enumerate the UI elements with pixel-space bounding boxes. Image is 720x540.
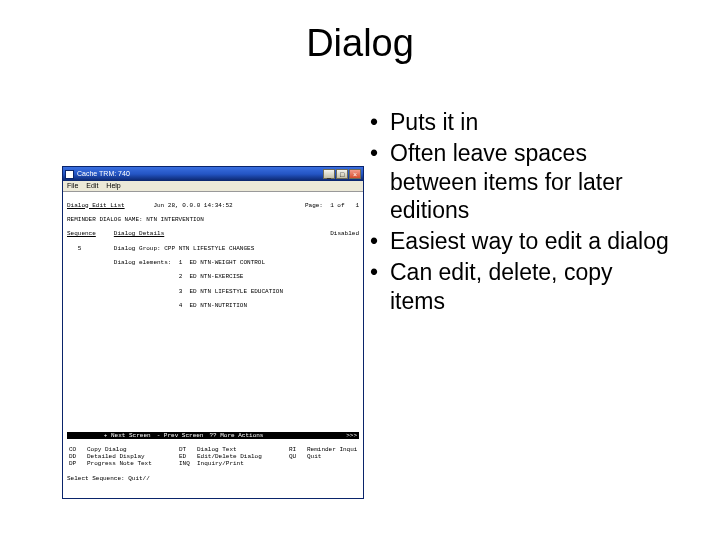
blank: [67, 331, 359, 338]
bullet-list: Puts it in Often leave spaces between it…: [370, 108, 670, 315]
cmd-key[interactable]: ED: [179, 453, 195, 460]
blank: [67, 417, 359, 424]
menu-help[interactable]: Help: [106, 182, 120, 190]
bullet-item: Easiest way to edit a dialog: [370, 227, 670, 256]
terminal-body: Dialog Edit List Jun 28, 0.0.0 14:34:52P…: [63, 192, 363, 498]
slide-title: Dialog: [0, 22, 720, 65]
prev-screen[interactable]: - Prev Screen: [157, 432, 204, 439]
col-disabled: Disabled: [330, 230, 359, 237]
header-title: Dialog Edit List: [67, 202, 125, 209]
more-actions[interactable]: ?? More Actions: [209, 432, 263, 439]
titlebar: Cache TRM: 740 _ □ ×: [63, 167, 363, 181]
titlebar-text: Cache TRM: 740: [77, 170, 323, 178]
bullet-item: Can edit, delete, copy items: [370, 258, 670, 316]
blank: [67, 374, 359, 381]
bullet-item: Often leave spaces between items for lat…: [370, 139, 670, 225]
nav-bar: + Next Screen - Prev Screen ?? More Acti…: [67, 432, 359, 439]
close-button[interactable]: ×: [349, 169, 361, 179]
cmd-label: [307, 460, 357, 467]
cmd-key[interactable]: QU: [289, 453, 305, 460]
next-screen[interactable]: + Next Screen: [104, 432, 151, 439]
command-grid: COCopy Dialog DTDialog Text RIReminder I…: [67, 446, 359, 468]
cmd-label: Progress Note Text: [87, 460, 177, 467]
element-row: 4 ED NTN-NUTRITION: [67, 302, 359, 309]
cmd-key[interactable]: DP: [69, 460, 85, 467]
nav-arrow: >>>: [346, 432, 357, 439]
menu-file[interactable]: File: [67, 182, 78, 190]
content-row: Cache TRM: 740 _ □ × File Edit Help Dial…: [0, 108, 720, 499]
header-date: Jun 28, 0.0.0 14:34:52: [153, 202, 232, 209]
screenshot-column: Cache TRM: 740 _ □ × File Edit Help Dial…: [0, 108, 370, 499]
blank: [67, 388, 359, 395]
menu-edit[interactable]: Edit: [86, 182, 98, 190]
minimize-button[interactable]: _: [323, 169, 335, 179]
cmd-key[interactable]: INQ: [179, 460, 195, 467]
slide: Dialog Cache TRM: 740 _ □ × File Edit He…: [0, 0, 720, 540]
col-sequence: Sequence: [67, 230, 96, 237]
app-window: Cache TRM: 740 _ □ × File Edit Help Dial…: [62, 166, 364, 499]
element-row: 2 ED NTN-EXERCISE: [67, 273, 359, 280]
cmd-key: [289, 460, 305, 467]
blank: [67, 345, 359, 352]
bullets-column: Puts it in Often leave spaces between it…: [370, 108, 700, 317]
col-details: Dialog Details: [114, 230, 164, 237]
maximize-button[interactable]: □: [336, 169, 348, 179]
page-value: 1 of: [330, 202, 344, 209]
cmd-label: Quit: [307, 453, 357, 460]
dialog-name-line: REMINDER DIALOG NAME: NTN INTERVENTION: [67, 216, 359, 223]
window-controls: _ □ ×: [323, 169, 361, 179]
cmd-key[interactable]: CO: [69, 446, 85, 453]
bullet-item: Puts it in: [370, 108, 670, 137]
cmd-label: Copy Dialog: [87, 446, 177, 453]
group-row: 5 Dialog Group: CPP NTN LIFESTYLE CHANGE…: [67, 245, 359, 252]
page-total: 1: [355, 202, 359, 209]
cmd-key[interactable]: RI: [289, 446, 305, 453]
cmd-label: Edit/Delete Dialog: [197, 453, 287, 460]
app-icon: [65, 170, 74, 179]
page-label: Page:: [305, 202, 323, 209]
elements-label-row: Dialog elements: 1 ED NTN-WEIGHT CONTROL: [67, 259, 359, 266]
menubar: File Edit Help: [63, 181, 363, 192]
element-row: 3 ED NTN LIFESTYLE EDUCATION: [67, 288, 359, 295]
cmd-label: Dialog Text: [197, 446, 287, 453]
cmd-label: Inquiry/Print: [197, 460, 287, 467]
select-prompt[interactable]: Select Sequence: Quit//: [67, 475, 359, 482]
cmd-label: Reminder Inquiry: [307, 446, 357, 453]
cmd-label: Detailed Display: [87, 453, 177, 460]
blank: [67, 317, 359, 324]
blank: [67, 360, 359, 367]
cmd-key[interactable]: DT: [179, 446, 195, 453]
blank: [67, 403, 359, 410]
cmd-key[interactable]: DD: [69, 453, 85, 460]
